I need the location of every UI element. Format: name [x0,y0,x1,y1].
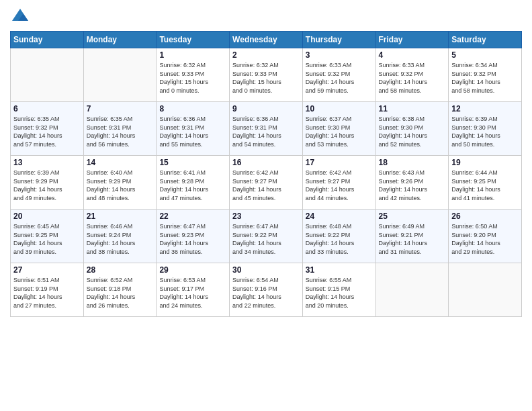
day-number: 2 [232,50,300,60]
col-header-wednesday: Wednesday [230,32,303,48]
day-cell [11,48,84,102]
day-info: Sunrise: 6:52 AM Sunset: 9:18 PM Dayligh… [87,276,154,310]
day-info: Sunrise: 6:48 AM Sunset: 9:22 PM Dayligh… [306,222,373,256]
logo [10,7,33,27]
day-cell: 29Sunrise: 6:53 AM Sunset: 9:17 PM Dayli… [157,263,230,317]
day-info: Sunrise: 6:33 AM Sunset: 9:32 PM Dayligh… [379,61,446,95]
day-cell [83,48,157,102]
day-number: 28 [87,265,154,275]
day-cell: 5Sunrise: 6:34 AM Sunset: 9:32 PM Daylig… [449,48,522,102]
day-cell: 28Sunrise: 6:52 AM Sunset: 9:18 PM Dayli… [83,263,157,317]
day-info: Sunrise: 6:47 AM Sunset: 9:22 PM Dayligh… [232,222,300,256]
day-number: 4 [379,50,446,60]
day-cell: 10Sunrise: 6:37 AM Sunset: 9:30 PM Dayli… [302,102,375,156]
day-info: Sunrise: 6:42 AM Sunset: 9:27 PM Dayligh… [232,169,300,202]
day-cell: 7Sunrise: 6:35 AM Sunset: 9:31 PM Daylig… [83,102,157,156]
day-number: 14 [87,158,154,167]
week-row-4: 20Sunrise: 6:45 AM Sunset: 9:25 PM Dayli… [11,210,522,263]
col-header-saturday: Saturday [449,32,522,48]
day-info: Sunrise: 6:45 AM Sunset: 9:25 PM Dayligh… [13,222,81,256]
day-cell: 23Sunrise: 6:47 AM Sunset: 9:22 PM Dayli… [230,210,303,263]
day-number: 27 [13,265,81,275]
day-info: Sunrise: 6:42 AM Sunset: 9:27 PM Dayligh… [306,169,373,202]
calendar: SundayMondayTuesdayWednesdayThursdayFrid… [10,31,522,317]
day-cell: 2Sunrise: 6:32 AM Sunset: 9:33 PM Daylig… [230,48,303,102]
day-cell: 31Sunrise: 6:55 AM Sunset: 9:15 PM Dayli… [302,263,375,317]
day-cell: 19Sunrise: 6:44 AM Sunset: 9:25 PM Dayli… [449,156,522,210]
day-number: 22 [159,212,226,221]
day-info: Sunrise: 6:44 AM Sunset: 9:25 PM Dayligh… [451,169,519,202]
week-row-2: 6Sunrise: 6:35 AM Sunset: 9:32 PM Daylig… [11,102,522,156]
day-info: Sunrise: 6:39 AM Sunset: 9:29 PM Dayligh… [13,169,81,202]
day-cell: 1Sunrise: 6:32 AM Sunset: 9:33 PM Daylig… [157,48,230,102]
day-info: Sunrise: 6:40 AM Sunset: 9:29 PM Dayligh… [87,169,154,202]
day-number: 21 [87,212,154,221]
day-info: Sunrise: 6:37 AM Sunset: 9:30 PM Dayligh… [306,115,373,148]
day-number: 19 [451,158,519,167]
day-info: Sunrise: 6:39 AM Sunset: 9:30 PM Dayligh… [451,115,519,148]
day-cell: 17Sunrise: 6:42 AM Sunset: 9:27 PM Dayli… [302,156,375,210]
col-header-sunday: Sunday [11,32,84,48]
col-header-thursday: Thursday [302,32,375,48]
page: SundayMondayTuesdayWednesdayThursdayFrid… [0,0,532,411]
col-header-tuesday: Tuesday [157,32,230,48]
day-cell: 11Sunrise: 6:38 AM Sunset: 9:30 PM Dayli… [375,102,449,156]
day-info: Sunrise: 6:51 AM Sunset: 9:19 PM Dayligh… [13,276,81,310]
day-cell: 22Sunrise: 6:47 AM Sunset: 9:23 PM Dayli… [157,210,230,263]
day-number: 3 [306,50,373,60]
day-number: 13 [13,158,81,167]
day-info: Sunrise: 6:53 AM Sunset: 9:17 PM Dayligh… [159,276,226,310]
day-number: 6 [13,104,81,113]
day-cell: 30Sunrise: 6:54 AM Sunset: 9:16 PM Dayli… [230,263,303,317]
day-info: Sunrise: 6:41 AM Sunset: 9:28 PM Dayligh… [159,169,226,202]
day-cell: 12Sunrise: 6:39 AM Sunset: 9:30 PM Dayli… [449,102,522,156]
day-number: 31 [306,265,373,275]
day-info: Sunrise: 6:33 AM Sunset: 9:32 PM Dayligh… [306,61,373,95]
day-cell: 21Sunrise: 6:46 AM Sunset: 9:24 PM Dayli… [83,210,157,263]
day-cell: 18Sunrise: 6:43 AM Sunset: 9:26 PM Dayli… [375,156,449,210]
day-number: 5 [451,50,519,60]
day-number: 1 [159,50,226,60]
day-info: Sunrise: 6:35 AM Sunset: 9:31 PM Dayligh… [87,115,154,148]
day-info: Sunrise: 6:50 AM Sunset: 9:20 PM Dayligh… [451,222,519,256]
logo-icon [10,7,30,27]
col-header-friday: Friday [375,32,449,48]
day-cell [375,263,449,317]
day-number: 20 [13,212,81,221]
day-info: Sunrise: 6:54 AM Sunset: 9:16 PM Dayligh… [232,276,300,310]
day-number: 10 [306,104,373,113]
day-number: 17 [306,158,373,167]
col-header-monday: Monday [83,32,157,48]
day-info: Sunrise: 6:43 AM Sunset: 9:26 PM Dayligh… [379,169,446,202]
week-row-3: 13Sunrise: 6:39 AM Sunset: 9:29 PM Dayli… [11,156,522,210]
day-number: 30 [232,265,300,275]
day-number: 16 [232,158,300,167]
calendar-header: SundayMondayTuesdayWednesdayThursdayFrid… [11,32,522,48]
day-cell: 9Sunrise: 6:36 AM Sunset: 9:31 PM Daylig… [230,102,303,156]
day-cell: 26Sunrise: 6:50 AM Sunset: 9:20 PM Dayli… [449,210,522,263]
day-number: 26 [451,212,519,221]
day-info: Sunrise: 6:49 AM Sunset: 9:21 PM Dayligh… [379,222,446,256]
day-info: Sunrise: 6:38 AM Sunset: 9:30 PM Dayligh… [379,115,446,148]
day-cell: 27Sunrise: 6:51 AM Sunset: 9:19 PM Dayli… [11,263,84,317]
day-cell: 14Sunrise: 6:40 AM Sunset: 9:29 PM Dayli… [83,156,157,210]
day-number: 18 [379,158,446,167]
day-info: Sunrise: 6:36 AM Sunset: 9:31 PM Dayligh… [232,115,300,148]
day-number: 7 [87,104,154,113]
day-number: 9 [232,104,300,113]
day-info: Sunrise: 6:34 AM Sunset: 9:32 PM Dayligh… [451,61,519,95]
day-info: Sunrise: 6:32 AM Sunset: 9:33 PM Dayligh… [232,61,300,95]
day-cell: 8Sunrise: 6:36 AM Sunset: 9:31 PM Daylig… [157,102,230,156]
day-cell: 13Sunrise: 6:39 AM Sunset: 9:29 PM Dayli… [11,156,84,210]
day-info: Sunrise: 6:36 AM Sunset: 9:31 PM Dayligh… [159,115,226,148]
day-number: 15 [159,158,226,167]
header-row: SundayMondayTuesdayWednesdayThursdayFrid… [11,32,522,48]
day-info: Sunrise: 6:32 AM Sunset: 9:33 PM Dayligh… [159,61,226,95]
day-cell: 15Sunrise: 6:41 AM Sunset: 9:28 PM Dayli… [157,156,230,210]
calendar-body: 1Sunrise: 6:32 AM Sunset: 9:33 PM Daylig… [11,48,522,317]
day-number: 8 [159,104,226,113]
day-cell [449,263,522,317]
day-cell: 4Sunrise: 6:33 AM Sunset: 9:32 PM Daylig… [375,48,449,102]
day-cell: 6Sunrise: 6:35 AM Sunset: 9:32 PM Daylig… [11,102,84,156]
day-cell: 16Sunrise: 6:42 AM Sunset: 9:27 PM Dayli… [230,156,303,210]
